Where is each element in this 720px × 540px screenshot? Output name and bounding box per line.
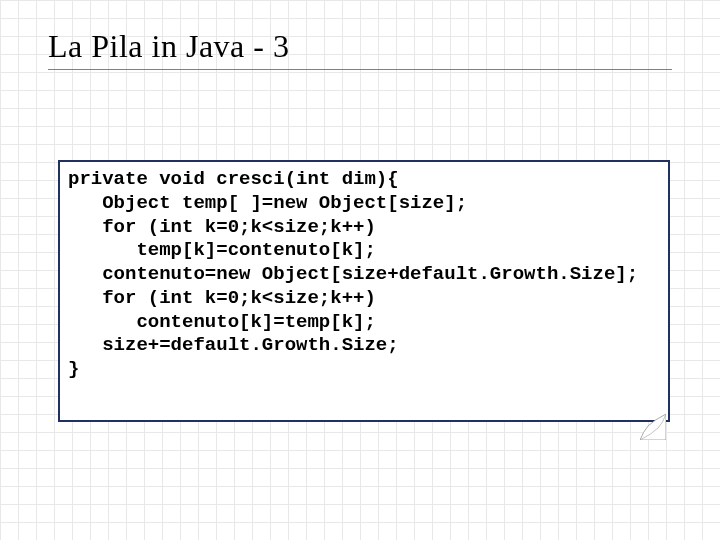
code-line: Object temp[ ]=new Object[size]; [68,192,467,214]
code-line: temp[k]=contenuto[k]; [68,239,376,261]
code-line: } [68,358,79,380]
code-line: size+=default.Growth.Size; [68,334,399,356]
code-line: private void cresci(int dim){ [68,168,399,190]
code-line: contenuto[k]=temp[k]; [68,311,376,333]
code-line: contenuto=new Object[size+default.Growth… [68,263,638,285]
slide-title: La Pila in Java - 3 [48,28,680,65]
title-underline [48,69,672,70]
code-box: private void cresci(int dim){ Object tem… [58,160,670,422]
code-block: private void cresci(int dim){ Object tem… [68,168,660,382]
slide: La Pila in Java - 3 private void cresci(… [0,0,720,540]
page-curl-icon [640,414,666,440]
code-line: for (int k=0;k<size;k++) [68,216,376,238]
code-line: for (int k=0;k<size;k++) [68,287,376,309]
